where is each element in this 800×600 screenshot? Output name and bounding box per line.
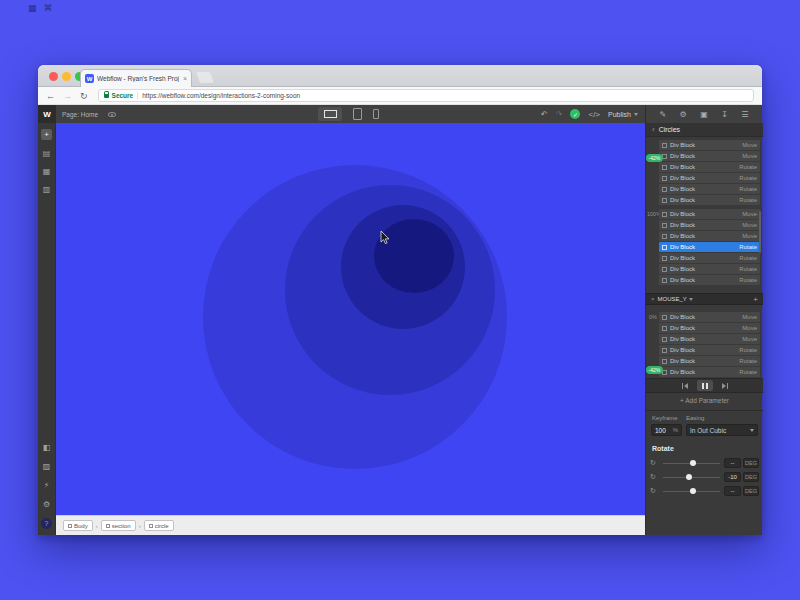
slider-track[interactable]: [663, 463, 720, 464]
div-block-row[interactable]: Div BlockRotate: [659, 367, 760, 377]
row-checkbox[interactable]: [662, 176, 667, 181]
row-action[interactable]: Move: [742, 314, 757, 320]
div-block-row[interactable]: Div BlockMove: [659, 220, 760, 230]
row-checkbox[interactable]: [662, 198, 667, 203]
div-block-row[interactable]: Div BlockRotate: [659, 275, 760, 285]
style-manager-icon[interactable]: ▨: [43, 462, 51, 471]
row-checkbox[interactable]: [662, 256, 667, 261]
add-trigger-icon[interactable]: +: [753, 295, 758, 304]
menu-icon[interactable]: ☰: [741, 110, 748, 119]
div-block-row[interactable]: Div BlockMove: [659, 323, 760, 333]
back-chevron-icon[interactable]: ‹: [652, 125, 655, 134]
minimize-window-button[interactable]: [62, 72, 71, 81]
row-action[interactable]: Rotate: [739, 244, 757, 250]
div-block-row[interactable]: Div BlockMove: [659, 209, 760, 219]
add-element-icon[interactable]: +: [41, 129, 52, 140]
row-action[interactable]: Rotate: [739, 369, 757, 375]
keyframe-input[interactable]: 100 %: [651, 424, 682, 436]
webflow-logo[interactable]: W: [38, 105, 56, 123]
pages-icon[interactable]: ▤: [43, 149, 51, 158]
div-block-row[interactable]: Div BlockMove: [659, 231, 760, 241]
row-action[interactable]: Rotate: [739, 186, 757, 192]
row-action[interactable]: Rotate: [739, 164, 757, 170]
row-checkbox[interactable]: [662, 267, 667, 272]
add-parameter-button[interactable]: + Add Parameter: [646, 397, 763, 404]
easing-select[interactable]: In Out Cubic: [686, 424, 758, 436]
div-block-row[interactable]: Div BlockRotate: [659, 173, 760, 183]
row-action[interactable]: Move: [742, 222, 757, 228]
navigator-icon[interactable]: ▥: [43, 185, 51, 194]
row-checkbox[interactable]: [662, 359, 667, 364]
symbols-icon[interactable]: ▦: [43, 167, 51, 176]
slider-knob[interactable]: [690, 488, 696, 494]
div-block-row[interactable]: Div BlockRotate: [659, 345, 760, 355]
slider-value-input[interactable]: --: [724, 458, 741, 468]
address-bar[interactable]: Secure https://webflow.com/design/intera…: [98, 89, 754, 102]
row-checkbox[interactable]: [662, 212, 667, 217]
row-checkbox[interactable]: [662, 223, 667, 228]
tab-close-icon[interactable]: ×: [183, 75, 187, 82]
div-block-row[interactable]: Div BlockRotate: [659, 195, 760, 205]
panel-scrollbar[interactable]: [759, 211, 761, 253]
interactions-icon[interactable]: ⚡: [44, 481, 50, 490]
settings-gear-icon[interactable]: ⚙: [680, 110, 687, 119]
row-checkbox[interactable]: [662, 154, 667, 159]
row-checkbox[interactable]: [662, 234, 667, 239]
row-checkbox[interactable]: [662, 278, 667, 283]
div-block-row[interactable]: Div BlockRotate: [659, 356, 760, 366]
row-action[interactable]: Move: [742, 325, 757, 331]
reload-icon[interactable]: ↻: [80, 91, 88, 101]
command-menu-icon[interactable]: ⌘: [44, 3, 53, 13]
preview-eye-icon[interactable]: [108, 112, 116, 117]
slider-knob[interactable]: [686, 474, 692, 480]
row-action[interactable]: Move: [742, 211, 757, 217]
div-block-row[interactable]: Div BlockMove: [659, 140, 760, 150]
row-checkbox[interactable]: [662, 143, 667, 148]
undo-icon[interactable]: ↶: [541, 110, 548, 119]
close-window-button[interactable]: [49, 72, 58, 81]
div-block-row[interactable]: Div BlockMove: [659, 312, 760, 322]
components-icon[interactable]: ▣: [700, 110, 708, 119]
help-icon[interactable]: ?: [41, 518, 52, 529]
redo-icon[interactable]: ↷: [556, 110, 563, 119]
div-block-row[interactable]: Div BlockMove: [659, 151, 760, 161]
page-selector[interactable]: Page: Home: [62, 105, 98, 123]
design-canvas[interactable]: [56, 123, 645, 515]
row-checkbox[interactable]: [662, 245, 667, 250]
div-block-row[interactable]: Div BlockMove: [659, 334, 760, 344]
row-action[interactable]: Move: [742, 142, 757, 148]
row-action[interactable]: Move: [742, 153, 757, 159]
slider-track[interactable]: [663, 477, 720, 478]
row-checkbox[interactable]: [662, 337, 667, 342]
close-icon[interactable]: ×: [651, 296, 655, 302]
div-block-row[interactable]: Div BlockRotate: [659, 253, 760, 263]
row-action[interactable]: Rotate: [739, 255, 757, 261]
slider-value-input[interactable]: --: [724, 486, 741, 496]
breadcrumb-item[interactable]: circle: [144, 520, 174, 531]
row-checkbox[interactable]: [662, 165, 667, 170]
code-export-icon[interactable]: </>: [588, 110, 600, 119]
div-block-row[interactable]: Div BlockRotate: [659, 264, 760, 274]
pause-button[interactable]: [697, 380, 713, 391]
row-checkbox[interactable]: [662, 348, 667, 353]
row-action[interactable]: Move: [742, 336, 757, 342]
device-phone-button[interactable]: [373, 109, 379, 119]
div-block-row[interactable]: Div BlockRotate: [659, 242, 760, 252]
export-icon[interactable]: ↧: [721, 110, 728, 119]
style-brush-icon[interactable]: ✎: [659, 110, 666, 119]
row-checkbox[interactable]: [662, 326, 667, 331]
row-action[interactable]: Rotate: [739, 175, 757, 181]
row-action[interactable]: Move: [742, 233, 757, 239]
row-checkbox[interactable]: [662, 370, 667, 375]
back-icon[interactable]: ←: [46, 91, 55, 101]
breadcrumb-item[interactable]: section: [101, 520, 136, 531]
publish-button[interactable]: Publish: [608, 110, 638, 118]
row-action[interactable]: Rotate: [739, 197, 757, 203]
project-settings-icon[interactable]: ⚙: [43, 500, 50, 509]
panel-header[interactable]: ‹ Circles: [646, 123, 763, 137]
row-action[interactable]: Rotate: [739, 277, 757, 283]
div-block-row[interactable]: Div BlockRotate: [659, 162, 760, 172]
div-block-row[interactable]: Div BlockRotate: [659, 184, 760, 194]
device-desktop-button[interactable]: [318, 107, 342, 121]
row-action[interactable]: Rotate: [739, 266, 757, 272]
